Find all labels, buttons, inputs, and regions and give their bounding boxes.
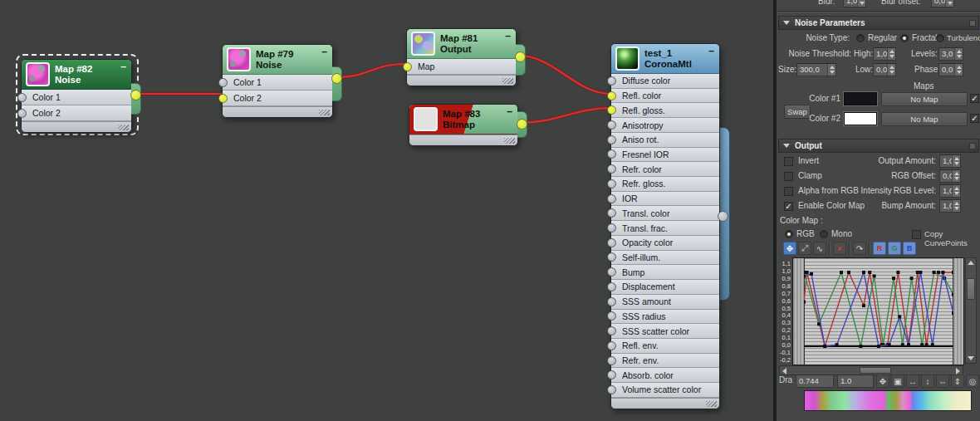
blue-channel-button[interactable]: B <box>903 242 916 255</box>
color2-swatch[interactable] <box>844 112 877 125</box>
curve-point[interactable] <box>862 271 865 274</box>
input-port[interactable] <box>607 120 616 130</box>
curve-point[interactable] <box>877 345 880 348</box>
add-point-icon[interactable]: ∿ <box>813 242 826 255</box>
rollout-output[interactable]: Output <box>778 139 979 153</box>
input-slot[interactable]: Aniso rot. <box>611 133 719 148</box>
zoom-vertical-extents-icon[interactable]: ↕ <box>921 374 934 388</box>
input-port[interactable] <box>218 94 228 103</box>
levels-field[interactable]: 3,0 <box>938 47 963 61</box>
input-slot[interactable]: Refr. gloss. <box>611 177 719 192</box>
collapse-icon[interactable]: – <box>321 46 327 57</box>
spinner[interactable] <box>954 64 963 76</box>
zoom-horizontal-extents-icon[interactable]: ↔ <box>906 374 919 388</box>
input-slot[interactable]: SSS radius <box>611 310 719 325</box>
input-slot[interactable]: Absorb. color <box>611 368 719 383</box>
rgb-offset-field[interactable]: 0,0 <box>939 169 961 183</box>
curve-point[interactable] <box>806 271 809 274</box>
input-port[interactable] <box>607 223 616 233</box>
output-amount-field[interactable]: 1,0 <box>939 154 961 168</box>
curve-point[interactable] <box>840 271 843 274</box>
curve-point[interactable] <box>920 343 924 346</box>
gradient-preview-bar[interactable] <box>804 390 972 411</box>
input-slot[interactable]: Opacity color <box>611 236 719 251</box>
resize-grip[interactable] <box>118 125 129 130</box>
noise-thumbnail[interactable] <box>227 47 251 71</box>
curve-point[interactable] <box>925 343 929 346</box>
pan-hand-icon[interactable]: ✥ <box>876 374 889 388</box>
horizontal-scroll-thumb[interactable] <box>860 367 891 374</box>
input-port[interactable] <box>607 297 616 306</box>
color1-swatch[interactable] <box>844 92 877 105</box>
input-slot[interactable]: Refr. env. <box>611 354 719 369</box>
clamp-checkbox[interactable] <box>784 172 793 181</box>
green-channel-button[interactable]: G <box>888 242 901 255</box>
phase-field[interactable]: 0,0 <box>938 63 963 76</box>
output-port[interactable] <box>515 51 526 62</box>
curve-point[interactable] <box>888 343 891 346</box>
curve-point[interactable] <box>933 271 936 274</box>
material-sphere-thumbnail[interactable] <box>615 47 639 71</box>
material-output-port[interactable] <box>718 211 728 222</box>
radio-fractal-label[interactable]: Fractal <box>912 33 938 42</box>
curve-point[interactable] <box>901 343 904 346</box>
output-thumbnail[interactable] <box>411 32 435 56</box>
vertical-scrollbar[interactable] <box>965 257 977 364</box>
drag-value-field[interactable]: 0.744 <box>796 374 834 388</box>
input-port[interactable] <box>607 356 616 365</box>
spinner[interactable] <box>954 48 963 60</box>
node-header[interactable]: Map #83 Bitmap – <box>409 105 517 135</box>
input-slot[interactable]: Fresnel IOR <box>611 148 719 163</box>
scroll-up-icon[interactable] <box>968 261 974 265</box>
curve-point[interactable] <box>859 345 862 348</box>
scroll-right-icon[interactable] <box>956 368 960 374</box>
input-port[interactable] <box>607 282 616 291</box>
spinner[interactable] <box>857 0 865 7</box>
input-slot[interactable]: Map <box>407 59 516 75</box>
input-slot[interactable]: Diffuse color <box>611 74 719 89</box>
color1-map-button[interactable]: No Map <box>881 92 968 106</box>
curve-point[interactable] <box>919 271 922 274</box>
collapse-icon[interactable]: – <box>708 45 714 56</box>
node-map81[interactable]: Map #81 Output – Map <box>406 28 517 86</box>
input-slot[interactable]: Anisotropy <box>611 118 719 133</box>
radio-mono[interactable] <box>820 230 828 238</box>
radio-rgb-label[interactable]: RGB <box>796 229 815 238</box>
delete-point-icon[interactable]: × <box>833 242 846 255</box>
vertical-scroll-thumb[interactable] <box>967 278 975 300</box>
collapse-icon[interactable]: – <box>507 105 512 117</box>
curve-point[interactable] <box>862 304 865 307</box>
radio-turbulence-label[interactable]: Turbulence <box>947 33 980 42</box>
enable-color-map-checkbox[interactable] <box>784 202 793 211</box>
spinner[interactable] <box>827 64 835 76</box>
blur-field[interactable]: 1,0 <box>843 0 866 7</box>
curve-point[interactable] <box>847 271 850 274</box>
node-header[interactable]: test_1 CoronaMtl – <box>611 44 719 74</box>
radio-regular[interactable] <box>856 34 865 42</box>
copy-curvepoints-checkbox[interactable] <box>912 230 921 239</box>
scale-point-icon[interactable]: ⤢ <box>798 242 811 255</box>
input-slot[interactable]: Volume scatter color <box>611 383 719 398</box>
input-slot[interactable]: Displacement <box>611 280 719 295</box>
input-port[interactable] <box>607 341 616 350</box>
curve-point[interactable] <box>868 271 871 274</box>
scroll-down-icon[interactable] <box>968 356 974 360</box>
smooth-curve-icon[interactable]: ↷ <box>853 242 866 255</box>
input-slot[interactable]: Color 2 <box>223 91 332 106</box>
zoom-icon[interactable]: ◎ <box>966 374 979 388</box>
radio-fractal[interactable] <box>900 34 909 42</box>
input-slot[interactable]: Refl. gloss. <box>611 103 719 118</box>
noise-thumbnail[interactable] <box>26 62 50 86</box>
wire[interactable] <box>519 56 610 94</box>
input-slot[interactable]: Transl. color <box>611 206 719 221</box>
input-slot[interactable]: Color 2 <box>22 105 131 121</box>
curve-point[interactable] <box>931 343 934 346</box>
rollout-pin-icon[interactable] <box>969 20 976 27</box>
collapse-icon[interactable]: – <box>120 61 126 72</box>
curve-point[interactable] <box>835 343 839 346</box>
radio-turbulence[interactable] <box>936 34 944 42</box>
resize-grip[interactable] <box>319 110 330 115</box>
curve-point[interactable] <box>896 271 899 274</box>
bitmap-thumbnail[interactable] <box>414 107 438 131</box>
color-map-graph[interactable]: 1,11,00,90,80,70,60,50,40,30,20,10,0-0,1… <box>779 257 978 376</box>
